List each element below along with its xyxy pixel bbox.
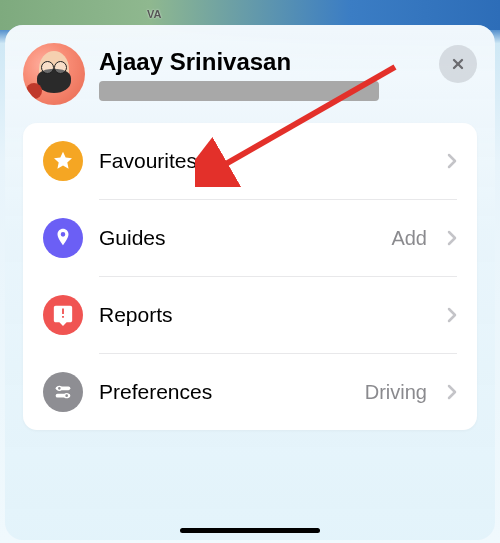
chevron-right-icon	[447, 384, 457, 400]
svg-point-5	[65, 394, 69, 398]
profile-info: Ajaay Srinivasan	[99, 48, 425, 101]
chevron-right-icon	[447, 307, 457, 323]
pin-icon	[43, 218, 83, 258]
settings-sheet: Ajaay Srinivasan Favourites Guides Add	[5, 25, 495, 540]
chevron-right-icon	[447, 153, 457, 169]
close-button[interactable]	[439, 45, 477, 83]
menu-aux-text: Driving	[365, 381, 427, 404]
menu-label: Guides	[99, 226, 375, 250]
menu-item-favourites[interactable]: Favourites	[43, 123, 457, 199]
close-icon	[450, 56, 466, 72]
sliders-icon	[43, 372, 83, 412]
menu-aux-text: Add	[391, 227, 427, 250]
menu-item-guides[interactable]: Guides Add	[43, 200, 457, 276]
menu-label: Reports	[99, 303, 431, 327]
home-indicator[interactable]	[180, 528, 320, 533]
exclaim-icon	[43, 295, 83, 335]
menu-item-preferences[interactable]: Preferences Driving	[43, 354, 457, 430]
menu-label: Favourites	[99, 149, 431, 173]
profile-subtitle-redacted	[99, 81, 379, 101]
menu-item-reports[interactable]: Reports	[43, 277, 457, 353]
menu-card: Favourites Guides Add Reports Prefe	[23, 123, 477, 430]
avatar-beard	[37, 69, 71, 93]
svg-point-3	[57, 386, 61, 390]
avatar-hand	[26, 83, 42, 99]
profile-header: Ajaay Srinivasan	[23, 43, 477, 105]
menu-label: Preferences	[99, 380, 349, 404]
profile-name: Ajaay Srinivasan	[99, 48, 425, 76]
chevron-right-icon	[447, 230, 457, 246]
avatar[interactable]	[23, 43, 85, 105]
star-icon	[43, 141, 83, 181]
avatar-glasses	[41, 61, 67, 71]
map-region-label: VA	[147, 8, 161, 20]
